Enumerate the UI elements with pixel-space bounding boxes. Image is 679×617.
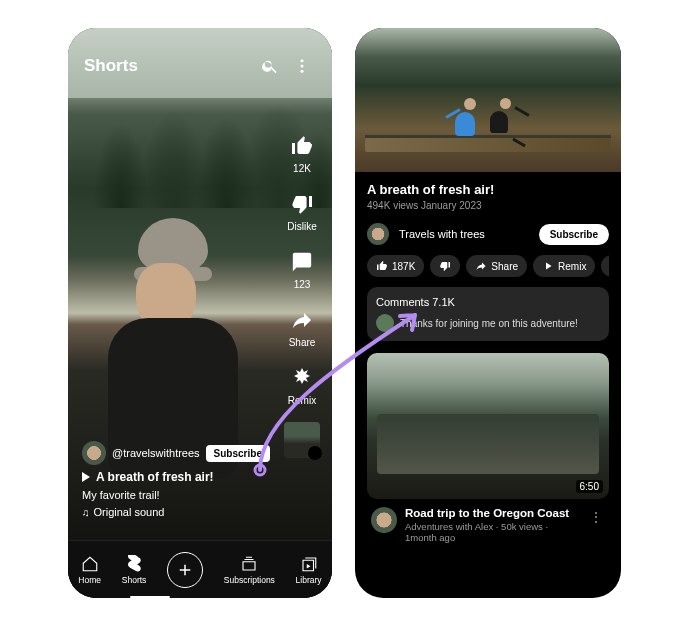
remix-chip[interactable]: Remix (533, 255, 595, 277)
share-chip[interactable]: Share (466, 255, 527, 277)
comment-count: 123 (294, 279, 311, 290)
more-icon[interactable] (288, 52, 316, 80)
share-icon (288, 306, 316, 334)
share-button[interactable]: Share (288, 306, 316, 348)
play-icon (82, 472, 90, 482)
shorts-title-row: A breath of fresh air! (82, 470, 272, 484)
svg-point-2 (301, 70, 304, 73)
watch-page-screen: A breath of fresh air! 494K views Januar… (355, 28, 621, 598)
dislike-button[interactable]: Dislike (287, 190, 316, 232)
recommendation-card: 6:50 Road trip to the Oregon Coast Adven… (367, 353, 609, 551)
top-comment: Thanks for joining me on this adventure! (400, 318, 578, 329)
like-chip[interactable]: 187K (367, 255, 424, 277)
dislike-label: Dislike (287, 221, 316, 232)
channel-avatar (82, 441, 106, 465)
comment-icon (288, 248, 316, 276)
comments-button[interactable]: 123 (288, 248, 316, 290)
sound-thumbnail[interactable] (284, 422, 320, 458)
dislike-chip[interactable] (430, 255, 460, 277)
shorts-action-rail: 12K Dislike 123 Share Remix (280, 116, 324, 458)
video-stats: 494K views January 2023 (367, 200, 609, 211)
bottom-nav: Home Shorts Subscriptions Library (68, 540, 332, 598)
remix-button[interactable]: Remix (288, 364, 316, 406)
svg-point-1 (301, 65, 304, 68)
subscribe-button[interactable]: Subscribe (539, 224, 609, 245)
watch-body: A breath of fresh air! 494K views Januar… (355, 172, 621, 561)
commenter-avatar (376, 314, 394, 332)
comments-header: Comments 7.1K (376, 296, 600, 308)
recommendation-subtitle: Adventures with Alex · 50k views · 1mont… (405, 521, 579, 543)
comments-preview[interactable]: Comments 7.1K Thanks for joining me on t… (367, 287, 609, 341)
channel-row[interactable]: @travelswithtrees Subscribe (82, 441, 272, 465)
remix-icon (288, 364, 316, 392)
shorts-sound-row[interactable]: ♫ Original sound (82, 506, 272, 518)
svg-point-0 (301, 59, 304, 62)
nav-home[interactable]: Home (78, 555, 101, 585)
remix-label: Remix (288, 395, 316, 406)
recommendation-thumbnail[interactable]: 6:50 (367, 353, 609, 499)
shorts-metadata: @travelswithtrees Subscribe A breath of … (82, 436, 272, 518)
video-title[interactable]: A breath of fresh air! (367, 182, 609, 197)
like-count: 12K (293, 163, 311, 174)
nav-subscriptions[interactable]: Subscriptions (224, 555, 275, 585)
download-chip[interactable]: Down (601, 255, 609, 277)
recommendation-title[interactable]: Road trip to the Oregon Coast (405, 507, 579, 519)
nav-shorts[interactable]: Shorts (122, 555, 147, 585)
shorts-player-screen: Shorts 12K Dislike 123 (68, 28, 332, 598)
action-chip-row: 187K Share Remix Down (367, 255, 609, 277)
thumbs-up-icon (288, 132, 316, 160)
subscribe-button[interactable]: Subscribe (206, 445, 270, 462)
like-button[interactable]: 12K (288, 132, 316, 174)
shorts-top-bar: Shorts (68, 46, 332, 86)
recommendation-channel-avatar[interactable] (371, 507, 397, 533)
channel-bar: Travels with trees Subscribe (367, 223, 609, 245)
video-player[interactable] (355, 28, 621, 172)
shorts-sound: Original sound (94, 506, 165, 518)
channel-avatar[interactable] (367, 223, 389, 245)
share-label: Share (289, 337, 316, 348)
shorts-caption: My favorite trail! (82, 489, 272, 501)
channel-handle: @travelswithtrees (112, 447, 200, 459)
nav-create[interactable] (167, 552, 203, 588)
thumbs-down-icon (288, 190, 316, 218)
shorts-title: A breath of fresh air! (96, 470, 214, 484)
recommendation-more-icon[interactable]: ⋮ (587, 507, 605, 543)
channel-name[interactable]: Travels with trees (399, 228, 539, 240)
music-icon: ♫ (82, 507, 90, 518)
shorts-heading: Shorts (84, 56, 252, 76)
duration-badge: 6:50 (576, 480, 603, 493)
search-icon[interactable] (256, 52, 284, 80)
nav-library[interactable]: Library (296, 555, 322, 585)
